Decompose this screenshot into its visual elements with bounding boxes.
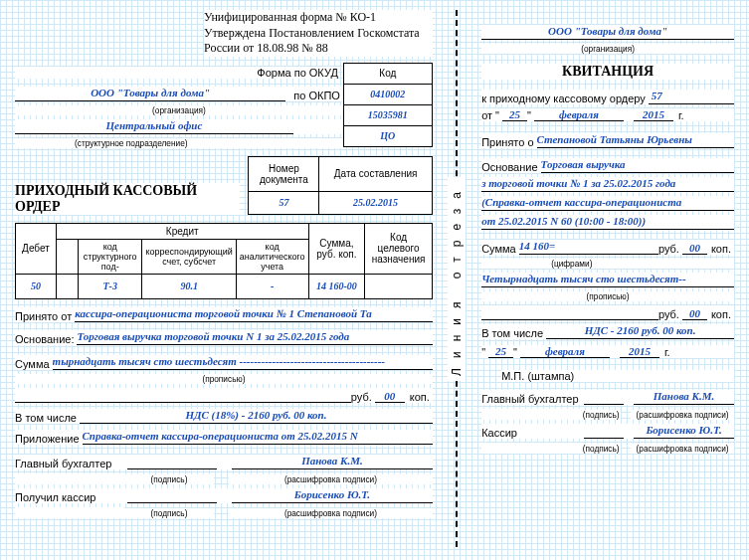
order-title: ПРИХОДНЫЙ КАССОВЫЙ ОРДЕР (15, 183, 240, 215)
org-sub: (организация) (15, 105, 343, 115)
r-words-sub: (прописью) (481, 291, 734, 301)
th-c2: корреспондирующий счет, субсчет (142, 239, 236, 274)
r-received-label: Принято о (481, 136, 536, 148)
th-sum: Сумма, руб. коп. (308, 223, 365, 274)
sign-sub-2: (подпись) (124, 508, 214, 518)
r-day: 25 (502, 108, 527, 121)
r-incl-label: В том числе (481, 327, 546, 339)
r-g: г. (673, 109, 687, 121)
r-kop2: коп. (707, 308, 734, 320)
r-cashier-name: Борисенко Ю.Т. (634, 424, 734, 439)
r-sum-sub: (цифрами) (481, 259, 734, 269)
th-c3: код аналитического учета (236, 239, 308, 274)
okud-label: Форма по ОКУД (257, 67, 338, 79)
r-ot: от " (481, 109, 502, 121)
th-purpose: Код целевого назначения (365, 223, 433, 274)
r-rub: руб. (658, 243, 682, 255)
r-basis4: от 25.02.2015 N 60 (10:00 - 18:00)) (481, 215, 734, 230)
r-g2: г. (659, 346, 673, 358)
unit-sub: (структурное подразделение) (15, 138, 343, 148)
r-chief-name: Панова К.М. (634, 390, 734, 405)
r-kop: коп. (707, 243, 734, 255)
sign-sub-1: (подпись) (124, 474, 214, 484)
decode-sub-1: (расшифровка подписи) (229, 474, 433, 484)
doc-num: 57 (249, 191, 319, 214)
r-basis3: (Справка-отчет кассира-операциониста (481, 196, 734, 211)
attach-label: Приложение (15, 433, 83, 445)
basis-value: Торговая выручка торговой точки N 1 за 2… (77, 330, 432, 345)
doc-num-header: Номер документа (249, 156, 319, 191)
r-sum-words: Четырнадцать тысяч сто шестьдесят-- (481, 273, 734, 287)
decode-sub-2: (расшифровка подписи) (229, 508, 433, 518)
form-header: Унифицированная форма № КО-1 Утверждена … (204, 10, 433, 57)
sum-label: Сумма (15, 358, 53, 370)
okpo-label: по ОКПО (285, 90, 343, 101)
td-purpose (365, 274, 433, 298)
r-chief-label: Главный бухгалтер (481, 393, 584, 405)
r-sign-sub-1: (подпись) (581, 410, 621, 420)
r-num: 57 (649, 90, 734, 104)
unit-code: ЦО (343, 125, 432, 146)
basis-label: Основание: (15, 333, 77, 345)
r-year2: 2015 (620, 345, 659, 358)
code-header: Код (343, 63, 432, 84)
rub-label: руб. (351, 391, 375, 403)
r-org-sub: (организация) (481, 44, 734, 54)
incl-label: В том числе (15, 412, 80, 424)
r-day2: 25 (488, 345, 513, 358)
r-sign-sub-2: (подпись) (581, 444, 621, 454)
doc-date: 25.02.2015 (319, 191, 432, 214)
r-to-order: к приходному кассовому ордеру (481, 93, 649, 104)
org-name: ООО "Товары для дома" (15, 87, 285, 101)
r-sum-num: 14 160= (519, 240, 658, 255)
td-c3: - (236, 274, 308, 298)
th-debit: Дебет (16, 223, 57, 274)
r-basis2: з торговой точки № 1 за 25.02.2015 года (481, 177, 734, 192)
r-rub2: руб. (658, 308, 682, 320)
td-sum: 14 160-00 (308, 274, 365, 298)
r-received: Степановой Татьяны Юрьевны (537, 133, 734, 148)
td-debit: 50 (16, 274, 57, 298)
th-c1: код структурного под- (78, 239, 142, 274)
sum-sub: (прописью) (15, 374, 433, 384)
td-c2: 90.1 (142, 274, 236, 298)
chief-label: Главный бухгалтер (15, 458, 127, 469)
doc-date-header: Дата составления (319, 156, 432, 191)
cashier-name: Борисенко Ю.Т. (232, 488, 433, 503)
r-incl: НДС - 2160 руб. 00 коп. (546, 324, 734, 339)
chief-name: Панова К.М. (232, 455, 433, 469)
cut-line-text: Линия отреза (448, 177, 466, 381)
okud-code: 0410002 (343, 84, 432, 104)
cashier-got-label: Получил кассир (15, 491, 127, 503)
r-cashier-label: Кассир (481, 427, 584, 439)
r-kop-val2: 00 (682, 307, 707, 320)
r-decode-sub-2: (расшифровка подписи) (631, 444, 734, 454)
r-org: ООО "Товары для дома" (481, 25, 734, 40)
td-c1: Т-3 (78, 274, 142, 298)
cut-line: Линия отреза (443, 10, 471, 547)
th-credit: Кредит (56, 223, 308, 239)
kop-value: 00 (375, 390, 405, 403)
received-value: кассира-операциониста торговой точки № 1… (75, 307, 433, 322)
incl-value: НДС (18%) - 2160 руб. 00 коп. (80, 409, 433, 424)
r-decode-sub-1: (расшифровка подписи) (631, 410, 734, 420)
r-mp: М.П. (штампа) (501, 370, 734, 382)
received-label: Принято от (15, 310, 75, 322)
r-kop-val: 00 (682, 242, 707, 255)
sum-words: тырнадцать тысяч сто шестьдесят --------… (53, 355, 433, 370)
r-year: 2015 (634, 108, 673, 121)
receipt-title: КВИТАНЦИЯ (481, 64, 734, 80)
kop-label: коп. (405, 391, 433, 403)
attach-value: Справка-отчет кассира-операциониста от 2… (83, 430, 433, 445)
r-month: февраля (534, 108, 624, 121)
r-month2: февраля (520, 345, 610, 358)
unit-name: Центральный офис (15, 119, 293, 134)
r-basis-label: Основание (481, 161, 540, 173)
r-sum-label: Сумма (481, 243, 519, 255)
okpo-code: 15035981 (343, 104, 432, 125)
r-basis1: Торговая выручка (541, 158, 734, 173)
